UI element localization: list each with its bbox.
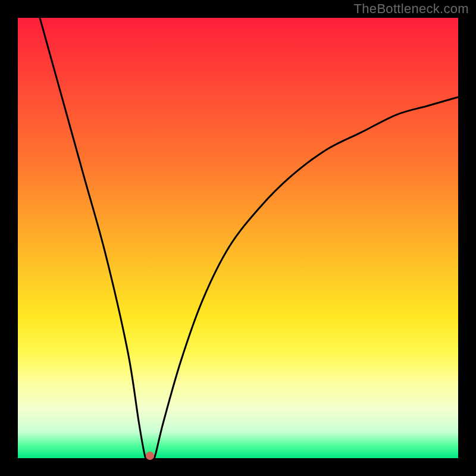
plot-area	[18, 18, 458, 458]
chart-frame: TheBottleneck.com	[0, 0, 476, 476]
bottleneck-curve-path	[40, 18, 458, 458]
watermark-label: TheBottleneck.com	[354, 1, 469, 17]
curve-svg	[18, 18, 458, 458]
optimal-marker	[146, 452, 154, 460]
